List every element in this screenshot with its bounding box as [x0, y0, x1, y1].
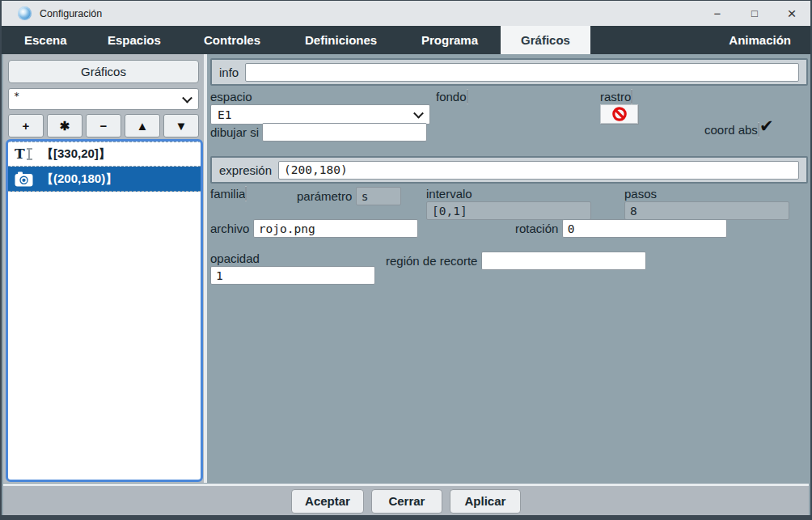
- tab-programa[interactable]: Programa: [421, 26, 478, 54]
- file-row: archivo rotación: [210, 219, 808, 247]
- graphics-list: T 【[330,20]】 【(200,180)】: [6, 139, 203, 482]
- configuration-dialog: Configuración − □ × Escena Espacios Cont…: [0, 0, 812, 520]
- fondo-group: fondo: [436, 90, 594, 117]
- espacio-label: espacio: [210, 90, 252, 104]
- add-graphic-button[interactable]: +: [8, 114, 44, 137]
- list-item-text-graphic[interactable]: T 【[330,20]】: [8, 142, 201, 167]
- remove-graphic-button[interactable]: −: [86, 114, 121, 137]
- rastro-label: rastro: [600, 90, 631, 104]
- cerrar-button[interactable]: Cerrar: [371, 489, 442, 514]
- region-recorte-input[interactable]: [481, 252, 646, 270]
- pasos-label: pasos: [624, 187, 657, 201]
- graphics-panel-header: Gráficos: [8, 60, 199, 83]
- window-bottom-edge: [2, 515, 810, 520]
- text-graphic-icon: T: [15, 147, 34, 161]
- space-row: espacio E1 fondo rastro: [210, 90, 808, 117]
- check-icon: ✔: [759, 117, 774, 134]
- info-label: info: [219, 66, 239, 79]
- window-controls: − □ ×: [699, 1, 810, 26]
- tab-espacios[interactable]: Espacios: [108, 26, 161, 54]
- intervalo-group: intervalo: [426, 187, 619, 214]
- aplicar-button[interactable]: Aplicar: [450, 489, 521, 514]
- parametro-group: parámetro: [297, 187, 421, 214]
- dibujar-si-input[interactable]: [262, 123, 427, 142]
- intervalo-label: intervalo: [426, 187, 472, 201]
- clear-trace-button[interactable]: [600, 104, 638, 124]
- fondo-checkbox[interactable]: [467, 89, 468, 104]
- dibujar-si-group: dibujar si: [210, 123, 699, 150]
- move-down-button[interactable]: ▼: [163, 114, 199, 137]
- familia-checkbox[interactable]: [245, 186, 247, 201]
- coord-abs-label: coord abs: [704, 123, 758, 137]
- title-bar: Configuración − □ ×: [2, 1, 810, 26]
- graphics-filter-value: *: [14, 91, 19, 102]
- no-entry-icon: [611, 106, 628, 122]
- aceptar-button[interactable]: Aceptar: [291, 489, 364, 514]
- familia-group: familia: [210, 187, 291, 214]
- opacidad-label: opacidad: [210, 252, 260, 265]
- espacio-group: espacio E1: [210, 90, 430, 117]
- parametro-input: [356, 187, 401, 205]
- graphics-filter-select[interactable]: *: [8, 88, 199, 110]
- opacidad-input[interactable]: [210, 266, 375, 285]
- list-item-label: 【(200,180)】: [41, 171, 117, 187]
- draw-if-row: dibujar si coord abs ✔: [210, 123, 808, 150]
- tab-animacion[interactable]: Animación: [729, 26, 791, 54]
- region-recorte-label: región de recorte: [386, 254, 477, 268]
- minimize-button[interactable]: −: [699, 1, 736, 26]
- opacity-row: opacidad región de recorte: [210, 252, 808, 279]
- duplicate-graphic-button[interactable]: ✱: [47, 114, 82, 137]
- graphics-list-toolbar: + ✱ − ▲ ▼: [8, 114, 199, 137]
- pasos-input: [624, 201, 789, 220]
- graphic-properties-panel: info espacio E1 fondo rastro: [207, 54, 812, 483]
- familia-label: familia: [210, 187, 245, 201]
- expresion-label: expresión: [219, 163, 272, 177]
- espacio-value: E1: [218, 108, 231, 121]
- archivo-group: archivo: [210, 219, 510, 247]
- tab-definiciones[interactable]: Definiciones: [305, 26, 377, 54]
- window-title: Configuración: [40, 8, 102, 19]
- family-row: familia parámetro intervalo pasos: [210, 187, 808, 214]
- maximize-button[interactable]: □: [736, 1, 773, 26]
- tab-escena[interactable]: Escena: [24, 26, 67, 54]
- list-item-label: 【[330,20]】: [41, 146, 111, 162]
- opacidad-group: opacidad: [210, 252, 380, 279]
- info-input[interactable]: [245, 63, 799, 82]
- chevron-down-icon: [413, 108, 424, 118]
- rastro-checkbox[interactable]: [631, 89, 632, 104]
- tab-bar: Escena Espacios Controles Definiciones P…: [2, 26, 810, 54]
- parametro-label: parámetro: [297, 189, 352, 203]
- move-up-button[interactable]: ▲: [125, 114, 160, 137]
- graphics-list-panel: Gráficos * + ✱ − ▲ ▼ T 【[330,20]】: [3, 54, 204, 483]
- info-row: info: [210, 58, 808, 86]
- fondo-label: fondo: [436, 90, 467, 104]
- dialog-footer: Aceptar Cerrar Aplicar: [3, 486, 809, 516]
- expresion-input[interactable]: [278, 161, 799, 180]
- list-item-image-graphic-selected[interactable]: 【(200,180)】: [8, 167, 201, 192]
- espacio-select[interactable]: E1: [210, 104, 430, 125]
- chevron-down-icon: [182, 92, 192, 103]
- camera-icon: [15, 171, 34, 187]
- rotacion-group: rotación: [515, 219, 808, 247]
- region-recorte-group: región de recorte: [386, 252, 808, 279]
- tab-controles[interactable]: Controles: [204, 26, 260, 54]
- tab-graficos-active[interactable]: Gráficos: [501, 26, 590, 54]
- expression-row: expresión: [210, 156, 808, 184]
- intervalo-input: [426, 201, 591, 220]
- rotacion-label: rotación: [515, 222, 558, 235]
- coord-abs-checkbox[interactable]: ✔: [758, 122, 759, 137]
- coord-abs-group: coord abs ✔: [704, 123, 808, 150]
- close-button[interactable]: ×: [773, 1, 810, 26]
- archivo-label: archivo: [210, 222, 249, 235]
- archivo-input[interactable]: [253, 219, 418, 238]
- pasos-group: pasos: [624, 187, 808, 214]
- dibujar-si-label: dibujar si: [210, 125, 259, 139]
- rotacion-input[interactable]: [562, 219, 727, 238]
- app-logo-icon: [18, 6, 32, 20]
- rastro-group: rastro: [600, 90, 808, 117]
